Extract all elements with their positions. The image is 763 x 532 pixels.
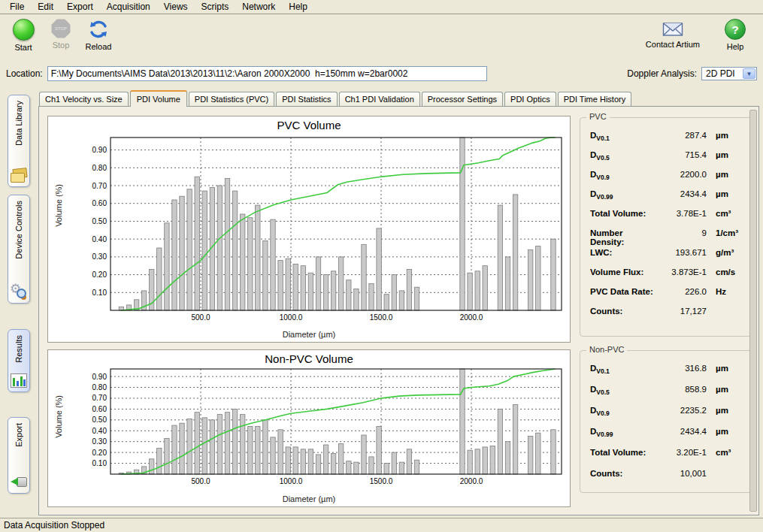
histogram-bar <box>536 433 540 474</box>
non-pvc-volume-chart: Non-PVC Volume Volume (%) 0.100.200.300.… <box>47 349 571 507</box>
start-icon <box>13 19 35 41</box>
stat-label: DV0.99 <box>590 189 657 201</box>
tab-pdi-statistics-pvc[interactable]: PDI Statistics (PVC) <box>189 92 274 106</box>
stat-row: DV0.5858.9µm <box>590 385 747 406</box>
vertical-scrollbar[interactable] <box>749 110 757 512</box>
histogram-bar <box>232 409 237 474</box>
help-button[interactable]: ? Help <box>716 17 754 51</box>
menu-item-file[interactable]: File <box>3 0 31 14</box>
histogram-bar <box>278 261 283 310</box>
menu-item-help[interactable]: Help <box>282 0 314 14</box>
tab-ch1-pdi-validation[interactable]: Ch1 PDI Validation <box>339 92 420 106</box>
histogram-bar <box>407 449 411 474</box>
tab-processor-settings[interactable]: Processor Settings <box>422 92 503 106</box>
tab-pdi-volume[interactable]: PDI Volume <box>130 90 187 107</box>
menu-item-views[interactable]: Views <box>157 0 195 14</box>
svg-text:0.30: 0.30 <box>92 252 107 261</box>
histogram-bar <box>187 419 192 474</box>
sidebar-tab-label: Results <box>14 335 23 363</box>
menu-item-export[interactable]: Export <box>60 0 100 14</box>
svg-text:2000.0: 2000.0 <box>460 313 483 322</box>
tab-pdi-statistics[interactable]: PDI Statistics <box>276 92 337 106</box>
histogram-bar <box>225 179 229 311</box>
histogram-bar <box>483 266 487 310</box>
data-library-icon <box>11 168 27 183</box>
sidebar-tab-results[interactable]: Results <box>8 329 30 392</box>
histogram-bar <box>241 415 245 474</box>
menu-item-acquisition[interactable]: Acquisition <box>100 0 157 14</box>
histogram-bar <box>232 191 237 310</box>
histogram-bar <box>483 447 487 474</box>
pvc-x-axis-label: Diameter (µm) <box>48 330 570 339</box>
toolbar: Start STOP Stop Reload Co <box>0 16 763 64</box>
histogram-bar <box>475 449 480 474</box>
stat-unit: µm <box>716 364 747 373</box>
stat-label: PVC Data Rate: <box>590 287 657 296</box>
stat-value: 10,001 <box>657 469 707 478</box>
pvc-chart-title: PVC Volume <box>48 119 570 131</box>
sidebar-tab-label: Device Controls <box>14 201 23 259</box>
svg-text:0.50: 0.50 <box>92 416 107 424</box>
histogram-bar <box>407 270 411 311</box>
sidebar-tab-data-library[interactable]: Data Library <box>8 95 30 187</box>
sidebar-tab-label: Export <box>14 423 23 447</box>
histogram-bar <box>172 425 177 474</box>
menu-item-edit[interactable]: Edit <box>31 0 60 14</box>
histogram-bar <box>217 186 222 310</box>
stat-row: DV0.992434.4µm <box>590 427 747 448</box>
stat-label: DV0.5 <box>590 385 657 396</box>
menu-item-scripts[interactable]: Scripts <box>195 0 236 14</box>
svg-text:1500.0: 1500.0 <box>370 477 393 485</box>
stat-value: 2434.4 <box>657 427 707 436</box>
status-bar: Data Acquisition Stopped <box>0 518 763 532</box>
histogram-bar <box>498 205 502 310</box>
non-pvc-x-axis-label: Diameter (µm) <box>48 494 570 503</box>
stat-row: DV0.92200.0µm <box>590 170 747 189</box>
stat-row: Counts:10,001 <box>590 469 747 490</box>
svg-text:1000.0: 1000.0 <box>280 313 303 322</box>
stop-button[interactable]: STOP Stop <box>42 17 80 50</box>
stat-label: DV0.1 <box>590 131 657 142</box>
sidebar-tab-export[interactable]: Export <box>8 417 30 494</box>
histogram-bar <box>165 223 169 310</box>
svg-text:0.10: 0.10 <box>92 289 107 297</box>
contact-artium-label: Contact Artium <box>646 41 700 49</box>
tab-pdi-time-history[interactable]: PDI Time History <box>558 92 632 106</box>
histogram-bar <box>195 177 199 310</box>
location-row: Location: Doppler Analysis: 2D PDI ▼ <box>0 65 763 83</box>
histogram-bar <box>331 454 335 474</box>
histogram-bar <box>157 448 162 474</box>
location-input[interactable] <box>47 66 487 81</box>
svg-text:1500.0: 1500.0 <box>370 313 393 322</box>
svg-text:0.30: 0.30 <box>92 437 107 446</box>
menu-item-network[interactable]: Network <box>235 0 282 14</box>
svg-text:0.90: 0.90 <box>92 373 107 381</box>
svg-text:0.70: 0.70 <box>92 394 107 402</box>
stat-value: 2235.2 <box>657 406 707 415</box>
start-button-label: Start <box>14 44 32 52</box>
results-icon <box>11 373 27 388</box>
histogram-bar <box>384 464 389 474</box>
histogram-bar <box>528 437 533 475</box>
tab-strip: Ch1 Velocity vs. SizePDI VolumePDI Stati… <box>39 89 758 105</box>
non-pvc-stats-group: Non-PVC DV0.1316.8µmDV0.5858.9µmDV0.9223… <box>580 350 755 493</box>
sidebar-tab-device-controls[interactable]: Device Controls <box>8 195 30 304</box>
histogram-bar <box>513 405 517 474</box>
reload-button[interactable]: Reload <box>80 17 117 51</box>
svg-text:0.70: 0.70 <box>92 182 107 190</box>
stat-row: Counts:17,127 <box>590 307 747 326</box>
svg-text:0.80: 0.80 <box>92 383 107 391</box>
svg-text:0.50: 0.50 <box>92 217 107 225</box>
start-button[interactable]: Start <box>5 17 42 52</box>
doppler-analysis-select[interactable]: 2D PDI ▼ <box>701 67 757 80</box>
histogram-bar <box>323 275 328 310</box>
non-pvc-chart-title: Non-PVC Volume <box>48 352 570 365</box>
stat-row: LWC:193.671g/m³ <box>590 248 747 268</box>
histogram-bar <box>248 427 253 475</box>
contact-artium-button[interactable]: Contact Artium <box>646 17 700 51</box>
tab-pdi-optics[interactable]: PDI Optics <box>504 92 556 106</box>
tab-ch1-velocity-vs-size[interactable]: Ch1 Velocity vs. Size <box>39 92 129 106</box>
histogram-bar <box>286 258 290 310</box>
histogram-bar <box>293 447 298 474</box>
svg-text:1000.0: 1000.0 <box>280 477 303 485</box>
